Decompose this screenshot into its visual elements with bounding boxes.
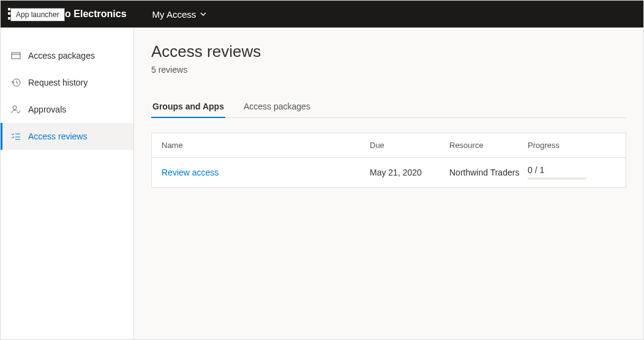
- sidebar-item-access-packages[interactable]: Access packages: [1, 42, 133, 69]
- sidebar-item-label: Approvals: [28, 105, 66, 114]
- person-check-icon: [11, 105, 21, 114]
- svg-point-3: [13, 106, 17, 109]
- checklist-icon: [11, 131, 21, 141]
- review-due: May 21, 2020: [370, 168, 449, 177]
- history-icon: [11, 78, 21, 87]
- sidebar-item-approvals[interactable]: Approvals: [1, 96, 133, 123]
- column-header-progress[interactable]: Progress: [528, 141, 616, 150]
- review-name-link[interactable]: Review access: [162, 168, 370, 177]
- sidebar-item-request-history[interactable]: Request history: [1, 69, 133, 96]
- page-subtitle: 5 reviews: [151, 65, 626, 75]
- review-progress: 0 / 1: [528, 165, 616, 180]
- table-row[interactable]: Review access May 21, 2020 Northwind Tra…: [152, 158, 626, 187]
- main-content: Access reviews 5 reviews Groups and Apps…: [134, 28, 643, 339]
- sidebar-item-label: Request history: [28, 78, 88, 87]
- page-title: Access reviews: [151, 42, 626, 61]
- tab-groups-and-apps[interactable]: Groups and Apps: [151, 97, 225, 117]
- column-header-name[interactable]: Name: [162, 141, 370, 150]
- chevron-down-icon: [200, 10, 207, 18]
- sidebar-item-label: Access reviews: [28, 131, 87, 141]
- sidebar-item-label: Access packages: [28, 51, 95, 61]
- header-bar: Contoso Electronics My Access: [1, 1, 643, 28]
- progress-text: 0 / 1: [528, 165, 544, 175]
- dropdown-label: My Access: [152, 9, 197, 20]
- tabs: Groups and Apps Access packages: [151, 97, 626, 118]
- svg-rect-0: [12, 53, 20, 59]
- app-launcher-tooltip: App launcher: [10, 8, 65, 21]
- table-header: Name Due Resource Progress: [152, 133, 626, 158]
- sidebar: Access packages Request history Approval…: [1, 28, 134, 339]
- column-header-resource[interactable]: Resource: [449, 141, 528, 150]
- my-access-dropdown[interactable]: My Access: [152, 9, 208, 20]
- tab-access-packages[interactable]: Access packages: [242, 97, 312, 117]
- progress-bar: [528, 177, 586, 180]
- package-icon: [11, 51, 21, 61]
- reviews-table: Name Due Resource Progress Review access…: [151, 133, 626, 188]
- column-header-due[interactable]: Due: [370, 141, 449, 150]
- review-resource: Northwind Traders: [449, 168, 528, 177]
- sidebar-item-access-reviews[interactable]: Access reviews: [1, 123, 133, 150]
